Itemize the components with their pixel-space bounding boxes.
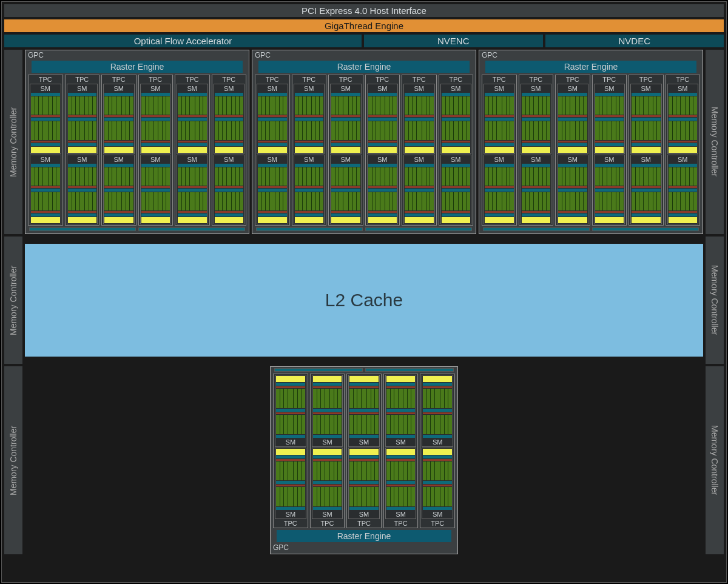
teal-unit <box>141 118 170 121</box>
green-cores <box>276 415 305 434</box>
memory-controller: Memory Controller <box>4 50 22 234</box>
teal-unit <box>522 213 551 216</box>
sm-cores <box>485 93 514 153</box>
sm-label: SM <box>31 85 60 92</box>
green-cores <box>331 167 360 186</box>
teal-unit <box>68 164 97 167</box>
sm-cores <box>104 164 133 224</box>
teal-unit <box>276 409 305 412</box>
yellow-unit <box>104 217 133 223</box>
teal-unit <box>442 118 471 121</box>
teal-unit <box>386 455 416 458</box>
teal-unit <box>178 118 207 121</box>
tpc-label: TPC <box>330 76 362 83</box>
green-cores <box>313 487 342 506</box>
yellow-unit <box>258 217 287 223</box>
tpc-row: TPCSMSMTPCSMSMTPCSMSMTPCSMSMTPCSMSMTPCSM… <box>28 75 246 226</box>
red-unit <box>258 115 287 117</box>
teal-unit <box>258 93 287 96</box>
tpc-block: TPCSMSM <box>292 75 327 226</box>
sm-cores <box>295 164 324 224</box>
yellow-unit <box>558 147 587 153</box>
yellow-unit <box>522 217 551 223</box>
tpc-block: TPCSMSM <box>310 374 345 528</box>
green-cores <box>632 121 661 139</box>
gpc-label: GPC <box>273 544 455 551</box>
yellow-unit <box>68 147 97 153</box>
green-cores <box>386 487 416 506</box>
gpc-label: GPC <box>28 52 246 59</box>
teal-unit <box>215 189 244 192</box>
green-cores <box>295 167 324 186</box>
green-cores <box>485 96 514 115</box>
teal-unit <box>669 143 698 146</box>
teal-unit <box>104 143 133 146</box>
sm-block: SM <box>140 84 172 154</box>
sm-label: SM <box>276 511 305 518</box>
red-unit <box>215 211 244 213</box>
teal-unit <box>295 143 324 146</box>
l2-cache: L2 Cache <box>25 244 703 357</box>
sm-block: SM <box>177 84 208 154</box>
red-unit <box>485 141 514 143</box>
green-cores <box>68 192 97 210</box>
sm-label: SM <box>104 156 133 163</box>
green-cores <box>405 192 434 210</box>
green-cores <box>423 487 452 506</box>
gpc-block: GPCRaster EngineTPCSMSMTPCSMSMTPCSMSMTPC… <box>25 50 249 234</box>
red-unit <box>276 485 305 486</box>
teal-unit <box>558 164 587 167</box>
sm-block: SM <box>103 84 135 154</box>
sm-block: SM <box>594 84 625 154</box>
teal-unit <box>522 118 551 121</box>
teal-unit <box>68 93 97 96</box>
red-unit <box>215 115 244 117</box>
red-unit <box>258 141 287 143</box>
tpc-label: TPC <box>177 76 208 83</box>
tpc-block: TPCSMSM <box>482 75 517 226</box>
tpc-block: TPCSMSM <box>592 75 627 226</box>
teal-unit <box>405 143 434 146</box>
raster-engine: Raster Engine <box>258 61 470 73</box>
green-cores <box>215 121 244 139</box>
red-unit <box>215 186 244 188</box>
sm-cores <box>141 93 170 153</box>
teal-unit <box>331 118 360 121</box>
green-cores <box>558 96 587 115</box>
teal-unit <box>558 143 587 146</box>
sm-block: SM <box>440 155 472 225</box>
red-unit <box>295 141 324 143</box>
red-unit <box>595 115 624 117</box>
memory-controller: Memory Controller <box>706 237 724 364</box>
sm-label: SM <box>558 85 587 92</box>
red-unit <box>349 485 379 486</box>
sm-label: SM <box>485 85 514 92</box>
green-cores <box>386 415 416 434</box>
sm-cores <box>595 93 624 153</box>
red-unit <box>368 141 397 143</box>
teal-unit <box>276 455 305 458</box>
teal-unit <box>313 455 342 458</box>
teal-unit <box>669 189 698 192</box>
yellow-unit <box>141 217 170 223</box>
sm-cores <box>442 93 471 153</box>
teal-unit <box>558 118 587 121</box>
optical-flow-accelerator: Optical Flow Accelerator <box>4 35 362 47</box>
yellow-unit <box>276 376 305 382</box>
teal-unit <box>141 143 170 146</box>
red-unit <box>669 211 698 213</box>
tpc-label: TPC <box>403 76 435 83</box>
green-cores <box>178 96 207 115</box>
tpc-label: TPC <box>367 76 399 83</box>
green-cores <box>405 96 434 115</box>
green-cores <box>141 192 170 210</box>
red-unit <box>522 186 551 188</box>
sm-cores <box>313 376 342 438</box>
rop-units <box>256 227 472 231</box>
sm-cores <box>215 93 244 153</box>
yellow-unit <box>368 147 397 153</box>
teal-unit <box>595 143 624 146</box>
teal-unit <box>595 93 624 96</box>
red-unit <box>423 412 452 414</box>
red-unit <box>295 115 324 117</box>
